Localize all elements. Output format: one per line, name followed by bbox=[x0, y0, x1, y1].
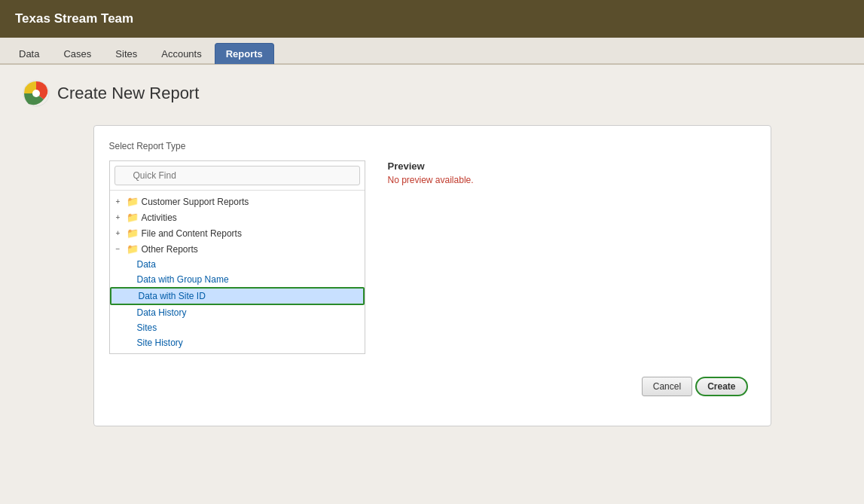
folder-icon: 📁 bbox=[127, 228, 139, 239]
tree-item-label: Activities bbox=[142, 212, 177, 223]
tree-item-label: Data History bbox=[137, 307, 187, 318]
page-title: Create New Report bbox=[57, 84, 199, 103]
expand-icon: + bbox=[116, 197, 124, 206]
main-panel: Select Report Type 🔍 + 📁 Customer Suppor… bbox=[93, 125, 771, 426]
footer-buttons: Cancel Create bbox=[109, 377, 756, 396]
tab-sites[interactable]: Sites bbox=[104, 43, 148, 64]
expand-icon: + bbox=[116, 229, 124, 237]
tab-cases[interactable]: Cases bbox=[52, 43, 102, 64]
tree-item-activities[interactable]: + 📁 Activities bbox=[110, 209, 365, 225]
svg-point-1 bbox=[32, 90, 40, 97]
tab-accounts[interactable]: Accounts bbox=[150, 43, 212, 64]
app-title: Texas Stream Team bbox=[15, 11, 133, 26]
tree-item-label: File and Content Reports bbox=[142, 228, 242, 239]
tree-item-data-group-name[interactable]: Data with Group Name bbox=[110, 272, 365, 287]
tree-item-label: Data with Group Name bbox=[137, 274, 229, 285]
preview-title: Preview bbox=[388, 160, 756, 172]
tree-item-data-site-id[interactable]: Data with Site ID bbox=[110, 287, 365, 305]
tree-item-sites[interactable]: Sites bbox=[110, 320, 365, 335]
tree-item-label: Other Reports bbox=[142, 244, 198, 255]
folder-icon: 📁 bbox=[127, 196, 139, 207]
folder-icon: 📁 bbox=[127, 212, 139, 223]
tree-item-site-history[interactable]: Site History bbox=[110, 335, 365, 350]
tree-item-data[interactable]: Data bbox=[110, 257, 365, 272]
page-content: Create New Report Select Report Type 🔍 +… bbox=[0, 65, 864, 441]
cancel-button[interactable]: Cancel bbox=[642, 377, 692, 396]
quick-find-input[interactable] bbox=[114, 166, 360, 185]
tree-item-data-history[interactable]: Data History bbox=[110, 305, 365, 320]
preview-no-preview: No preview available. bbox=[388, 175, 756, 185]
tree-item-file-content[interactable]: + 📁 File and Content Reports bbox=[110, 225, 365, 241]
tree-item-label: Data with Site ID bbox=[139, 291, 206, 301]
navigation-bar: Data Cases Sites Accounts Reports bbox=[0, 38, 864, 65]
tree-item-label: Customer Support Reports bbox=[142, 197, 249, 207]
page-title-area: Create New Report bbox=[23, 80, 841, 107]
section-label: Select Report Type bbox=[109, 141, 756, 151]
expand-icon: + bbox=[116, 213, 124, 221]
expand-icon-other: − bbox=[116, 245, 124, 253]
tab-data[interactable]: Data bbox=[8, 43, 50, 64]
tree-item-customer-support[interactable]: + 📁 Customer Support Reports bbox=[110, 194, 365, 209]
preview-panel: Preview No preview available. bbox=[388, 160, 756, 354]
tab-reports[interactable]: Reports bbox=[215, 43, 274, 64]
report-type-tree: 🔍 + 📁 Customer Support Reports + 📁 bbox=[109, 160, 365, 354]
tree-item-label: Sites bbox=[137, 322, 157, 333]
folder-icon: 📁 bbox=[127, 243, 139, 255]
report-type-list: + 📁 Customer Support Reports + 📁 Activit… bbox=[110, 191, 365, 353]
tree-item-label: Data bbox=[137, 259, 156, 270]
search-wrapper: 🔍 bbox=[110, 161, 365, 191]
tree-item-label: Site History bbox=[137, 338, 183, 348]
report-icon bbox=[23, 80, 50, 107]
app-header: Texas Stream Team bbox=[0, 0, 864, 38]
create-button[interactable]: Create bbox=[695, 377, 747, 396]
tree-item-other-reports[interactable]: − 📁 Other Reports bbox=[110, 241, 365, 257]
panel-inner: 🔍 + 📁 Customer Support Reports + 📁 bbox=[109, 160, 756, 354]
